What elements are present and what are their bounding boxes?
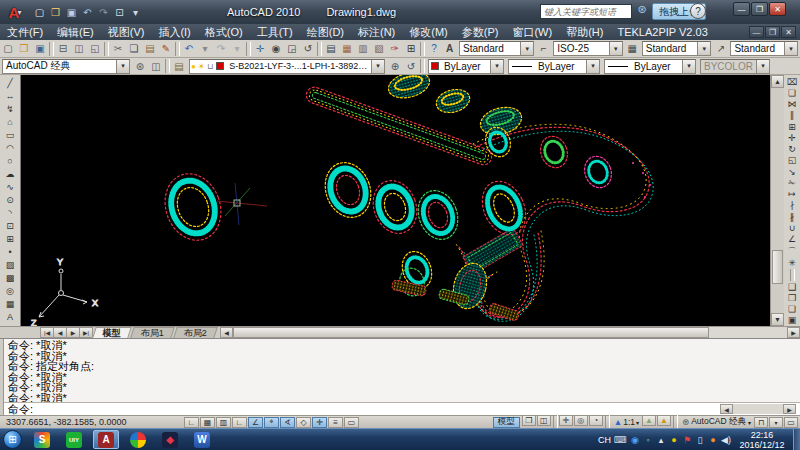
model-space-viewport[interactable]: Y X Z [20, 75, 770, 326]
match-properties-icon[interactable]: ✎ [158, 41, 174, 56]
linetype-combo[interactable]: ByLayer ▾ [508, 59, 600, 74]
break-at-point-icon[interactable]: ∤ [784, 200, 800, 211]
pan-icon[interactable]: ✛ [252, 41, 268, 56]
quick-view-drawings-icon[interactable]: ◫ [537, 415, 551, 426]
auto-annotation-icon[interactable]: ▲ [657, 415, 671, 426]
qat-menu-arrow-icon[interactable]: ▾ [128, 5, 143, 20]
chamfer-icon[interactable]: ∠ [784, 234, 800, 245]
menu-tekla2pip[interactable]: TEKLA2PIP V2.03 [610, 24, 714, 40]
workspace-arrow-icon[interactable]: ▾ [116, 60, 129, 73]
help-icon[interactable]: ? [426, 41, 442, 56]
rotate-icon[interactable]: ↻ [784, 144, 800, 155]
extend-icon[interactable]: ↦ [784, 189, 800, 200]
infer-constraints-toggle[interactable]: ∟ [184, 417, 199, 428]
draworder-back-icon[interactable]: ❒ [784, 292, 800, 303]
layer-freeze-sun-icon[interactable]: ☀ [198, 62, 205, 71]
print-button[interactable]: ⊡ [112, 5, 127, 20]
move-icon[interactable]: ✛ [784, 132, 800, 143]
doc-minimize-button[interactable]: — [749, 26, 764, 38]
publish-icon[interactable]: ◱ [87, 41, 103, 56]
designcenter-icon[interactable]: ▦ [339, 41, 355, 56]
markup-icon[interactable]: ✑ [387, 41, 403, 56]
insert-block-icon[interactable]: ⊡ [2, 219, 18, 232]
doc-restore-button[interactable]: ❐ [765, 26, 780, 38]
layer-arrow-icon[interactable]: ▾ [371, 60, 384, 73]
tab-prev-button[interactable]: ◀ [53, 327, 67, 338]
annotation-scale-control[interactable]: ▲ 1:1 ▾ [611, 417, 642, 427]
sheet-set-manager-icon[interactable]: ▧ [371, 41, 387, 56]
menu-window[interactable]: 窗口(W) [505, 24, 559, 40]
menu-help[interactable]: 帮助(H) [559, 24, 610, 40]
new-button[interactable]: ▢ [32, 5, 47, 20]
layer-lock-icon[interactable]: ⊔ [207, 62, 213, 71]
taskbar-app-video[interactable]: ◆ [157, 430, 183, 449]
redo-button[interactable]: ↷ [96, 5, 111, 20]
command-scroll-track[interactable] [733, 404, 783, 414]
clean-screen-button[interactable]: ▭ [784, 417, 798, 428]
offset-icon[interactable]: ∥ [784, 110, 800, 121]
copy-clip-icon[interactable]: ❏ [126, 41, 142, 56]
revision-cloud-icon[interactable]: ☁ [2, 167, 18, 180]
horizontal-scroll-thumb[interactable] [233, 327, 709, 338]
mleader-style-combo[interactable]: Standard ▾ [730, 41, 798, 56]
ime-language-indicator[interactable]: CH [598, 435, 611, 445]
workspace-settings-icon[interactable]: ⊛ [132, 59, 148, 74]
color-combo[interactable]: ByLayer ▾ [428, 59, 504, 74]
annotation-visibility-icon[interactable]: ▲ [642, 415, 656, 426]
dyn-toggle[interactable]: ✛ [312, 417, 327, 428]
taskbar-app-iqiyi[interactable]: UIY [61, 430, 87, 449]
lwt-toggle[interactable]: ≡ [328, 417, 343, 428]
undo-icon[interactable]: ↶ [181, 41, 197, 56]
point-icon[interactable]: • [2, 245, 18, 258]
linetype-arrow-icon[interactable]: ▾ [586, 60, 599, 73]
model-space-button[interactable]: 模型 [493, 417, 520, 428]
text-style-arrow-icon[interactable]: ▾ [520, 42, 533, 55]
tray-status-icon[interactable]: ◦ [643, 435, 653, 445]
table-style-icon[interactable]: ▦ [625, 41, 640, 56]
taskbar-app-autocad[interactable]: A [93, 430, 119, 449]
scroll-left-icon[interactable]: ◀ [220, 327, 233, 338]
arc-icon[interactable]: ◠ [2, 141, 18, 154]
scale-icon[interactable]: ◱ [784, 155, 800, 166]
horizontal-scrollbar[interactable]: ◀ ▶ [220, 327, 800, 338]
menu-tools[interactable]: 工具(T) [250, 24, 300, 40]
explode-icon[interactable]: ✳ [784, 258, 800, 269]
workspace-combo[interactable]: AutoCAD 经典 ▾ [2, 59, 130, 74]
redo-icon[interactable]: ↷ [213, 41, 229, 56]
minimize-button[interactable]: — [733, 2, 750, 16]
search-input[interactable] [541, 7, 631, 17]
table-style-arrow-icon[interactable]: ▾ [697, 42, 710, 55]
circle-icon[interactable]: ○ [2, 154, 18, 167]
array-icon[interactable]: ⊞ [784, 121, 800, 132]
ellipse-icon[interactable]: ⊙ [2, 193, 18, 206]
scroll-down-icon[interactable]: ▼ [771, 313, 784, 326]
update-tray-icon[interactable]: ● [708, 435, 718, 445]
save-icon[interactable]: ▣ [32, 41, 48, 56]
mleader-style-icon[interactable]: ↗ [713, 41, 728, 56]
coordinate-display[interactable]: 3307.6651, -382.1585, 0.0000 [0, 417, 132, 427]
menu-edit[interactable]: 编辑(E) [50, 24, 101, 40]
save-button[interactable]: ▣ [64, 5, 79, 20]
mtext-icon[interactable]: A [2, 310, 18, 323]
polyline-icon[interactable]: ↯ [2, 102, 18, 115]
antivirus-tray-icon[interactable]: ● [669, 435, 679, 445]
show-desktop-button[interactable] [793, 429, 800, 450]
rectangle-icon[interactable]: ▭ [2, 128, 18, 141]
start-button[interactable]: ⊞ [3, 430, 22, 449]
infocenter-help-button[interactable]: ? [690, 3, 706, 19]
communication-center-icon[interactable]: ⊛ [634, 3, 650, 20]
action-center-icon[interactable]: ⚑ [682, 435, 692, 445]
undo-button[interactable]: ↶ [80, 5, 95, 20]
undo-arrow-icon[interactable]: ▾ [197, 41, 213, 56]
steering-wheel-icon[interactable]: ◔ [589, 415, 603, 426]
polar-toggle[interactable]: ∠ [248, 417, 263, 428]
redo-arrow-icon[interactable]: ▾ [229, 41, 245, 56]
break-icon[interactable]: ∦ [784, 211, 800, 222]
command-scrollbar[interactable]: ◀ ▶ [720, 404, 796, 414]
ortho-toggle[interactable]: ∟ [232, 417, 247, 428]
otrack-toggle[interactable]: ∢ [280, 417, 295, 428]
ime-keyboard-icon[interactable]: ⌨ [614, 435, 627, 445]
lineweight-combo[interactable]: ByLayer ▾ [604, 59, 696, 74]
scroll-right-icon[interactable]: ▶ [787, 327, 800, 338]
snap-toggle[interactable]: ▦ [200, 417, 215, 428]
